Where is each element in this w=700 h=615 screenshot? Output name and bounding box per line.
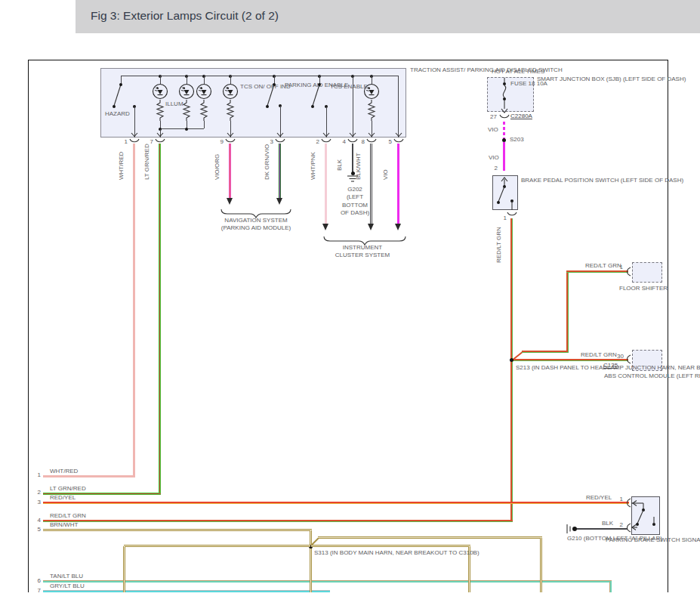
pin-number: 9 — [217, 138, 224, 146]
ground-icon — [347, 175, 359, 184]
s203-label: S203 — [510, 136, 524, 144]
pin-number: 1 — [121, 138, 128, 146]
exit-arrow-icon — [277, 133, 283, 137]
connector-icon — [626, 355, 631, 364]
nav-system-label: NAVIGATION SYSTEM — [211, 217, 301, 224]
illum-label: ILLUM — [165, 100, 183, 108]
row-number: 6 — [33, 577, 41, 585]
wire-label: WHT/RED — [118, 152, 125, 180]
row-number: 5 — [33, 526, 41, 533]
abs-module-label: ABS CONTROL MODULE (LEFT REAR OF ENG COM… — [604, 372, 662, 381]
wire-label: GRY/LT BLU — [50, 583, 85, 590]
to-cluster-arrow-icon — [322, 224, 328, 230]
wire-label: RED/YEL — [50, 494, 76, 502]
parking-brake-switch-icon — [631, 496, 660, 535]
wire-label: TAN/LT BLU — [50, 573, 83, 580]
to-nav-arrow-icon — [276, 198, 282, 205]
row-number: 2 — [33, 489, 41, 496]
pin-number: 30 — [615, 353, 624, 360]
illum-led-icon — [178, 83, 195, 100]
resistor-icon — [156, 100, 165, 121]
pin-number: 8 — [358, 138, 365, 146]
pin-number: 2 — [616, 521, 623, 529]
bpps-switch-icon — [492, 175, 518, 210]
row-number: 1 — [33, 471, 41, 479]
title-bar: Fig 3: Exterior Lamps Circuit (2 of 2) — [76, 0, 700, 33]
pin-number: 5 — [385, 138, 392, 146]
wire-label: DK GRN/VIO — [264, 144, 271, 180]
exit-arrow-icon — [369, 133, 375, 137]
pin-number: 1 — [616, 496, 623, 503]
to-cluster-arrow-icon — [368, 224, 374, 230]
wire-label: RED/YEL — [586, 494, 612, 502]
sjb-label: SMART JUNCTION BOX (SJB) (LEFT SIDE OF D… — [537, 76, 686, 83]
s313-label: S313 (IN BODY MAIN HARN, NEAR BREAKOUT T… — [314, 549, 480, 557]
nav-system-sublabel: (PARKING AID MODULE) — [211, 224, 301, 232]
wire-label: VIO/ORG — [214, 154, 221, 180]
s213-label: S213 (IN DASH PANEL TO HEADLAMP JUNCTION… — [516, 364, 700, 372]
connector-ref-c2280a[interactable]: C2280A — [510, 113, 532, 120]
wire-label: RED/LT GRN — [50, 512, 86, 520]
fuse-icon — [500, 77, 509, 115]
tcs-enable-label: TCS ENABLE — [330, 83, 368, 91]
pin-number: 2 — [491, 165, 498, 172]
wire-label: VIO — [382, 169, 390, 180]
wire-label: LT GRN/RED — [143, 144, 151, 180]
hot-at-all-times-label: HOT AT ALL TIMES — [492, 68, 544, 76]
hazard-switch-icon — [110, 82, 137, 109]
exit-arrow-icon — [131, 133, 137, 137]
resistor-icon — [367, 100, 376, 121]
exit-arrow-icon — [350, 133, 356, 137]
floor-shifter-box — [632, 262, 662, 283]
connector-icon — [507, 212, 517, 218]
wire-label: RED/LT GRN — [581, 351, 617, 359]
wire-label: RED/LT GRN — [495, 227, 503, 263]
page-title: Fig 3: Exterior Lamps Circuit (2 of 2) — [91, 9, 279, 23]
to-cluster-arrow-icon — [395, 224, 401, 230]
wire-label: WHT/PNK — [310, 152, 317, 180]
exit-arrow-icon — [323, 133, 329, 137]
connector-icon — [626, 267, 631, 277]
pin-number: 4 — [339, 138, 346, 146]
wire-label: BRN/WHT — [50, 521, 78, 529]
traction-switch-box — [100, 68, 406, 138]
resistor-icon — [226, 100, 235, 121]
connector-icon — [626, 524, 631, 533]
wire-label: LT GRN/RED — [50, 485, 86, 493]
pin-number: 1 — [616, 264, 623, 271]
exit-arrow-icon — [396, 133, 402, 137]
to-nav-arrow-icon — [227, 198, 233, 205]
resistor-icon — [199, 100, 208, 121]
exit-arrow-icon — [227, 133, 233, 137]
wire-label: BLK — [336, 159, 344, 171]
g202-label: G202 (LEFT BOTTOM OF DASH) — [334, 186, 376, 217]
wiring-diagram-page: Fig 3: Exterior Lamps Circuit (2 of 2) T… — [0, 0, 700, 615]
pin-number: 27 — [488, 113, 497, 121]
ground-icon — [565, 523, 578, 535]
illum-led-icon — [196, 83, 212, 100]
connector-icon — [626, 499, 631, 508]
connector-icon — [500, 115, 509, 120]
splice-dot-s213 — [510, 358, 513, 362]
pin-number: 1 — [500, 215, 507, 222]
row-number: 3 — [33, 499, 41, 506]
wire-label: VIO — [488, 126, 498, 134]
cluster-system-label: INSTRUMENT CLUSTER SYSTEM — [315, 244, 410, 260]
row-number: 7 — [33, 587, 41, 595]
exit-arrow-icon — [157, 133, 163, 137]
parking-brake-label: PARKING BRAKE SWITCH SIGNAL (LEFT SIDE O… — [606, 536, 661, 545]
bpps-label: BRAKE PEDAL POSITION SWITCH (LEFT SIDE O… — [521, 177, 683, 184]
hazard-label: HAZARD — [105, 110, 130, 118]
wire-label: VIO — [489, 154, 499, 162]
row-number: 4 — [33, 517, 41, 524]
wire-label: BLK — [602, 520, 613, 527]
floor-shifter-label: FLOOR SHIFTER — [619, 285, 662, 292]
pin-number: 2 — [313, 138, 319, 146]
bus-rail — [121, 76, 399, 76]
tcs-ind-led-icon — [222, 83, 239, 100]
illum-led-icon — [152, 83, 168, 100]
wire-label: WHT/RED — [50, 468, 78, 475]
